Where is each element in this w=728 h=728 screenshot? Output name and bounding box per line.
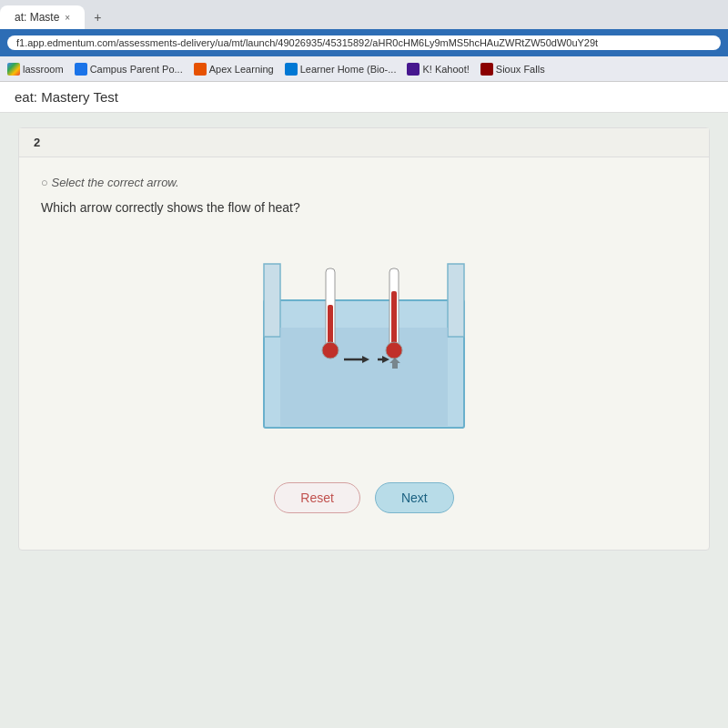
bookmark-label-apex: Apex Learning [209,64,274,75]
bookmark-icon-apex [194,63,207,76]
bookmark-icon-kahoot [407,63,420,76]
bookmark-sioux[interactable]: Sioux Falls [480,63,545,76]
bookmark-kahoot[interactable]: K! Kahoot! [407,63,469,76]
address-bar: f1.app.edmentum.com/assessments-delivery… [0,29,728,56]
buttons-area: Reset Next [41,464,687,531]
bookmark-icon-campus [75,63,87,76]
page-title-bar: eat: Mastery Test [0,82,728,113]
bookmark-icon-learner [285,63,298,76]
svg-point-9 [386,342,402,359]
next-button[interactable]: Next [375,482,454,513]
main-content: 2 Select the correct arrow. Which arrow … [0,113,728,728]
question-card: 2 Select the correct arrow. Which arrow … [18,127,710,551]
reset-button[interactable]: Reset [274,482,360,513]
tab-close-button[interactable]: × [65,13,70,23]
bookmark-label-campus: Campus Parent Po... [90,64,183,75]
bookmark-learner[interactable]: Learner Home (Bio-... [285,63,397,76]
bookmark-label-kahoot: K! Kahoot! [422,64,469,75]
svg-point-6 [322,342,339,359]
question-text: Which arrow correctly shows the flow of … [41,200,687,215]
svg-rect-3 [280,328,448,426]
bookmark-classroom[interactable]: lassroom [7,63,64,76]
svg-rect-2 [448,264,464,337]
tab-label: at: Maste [15,11,59,24]
instruction-text: Select the correct arrow. [41,176,687,189]
bookmark-icon-sioux [480,63,493,76]
bookmark-apex[interactable]: Apex Learning [194,63,274,76]
bookmark-campus[interactable]: Campus Parent Po... [75,63,183,76]
active-tab[interactable]: at: Maste × [0,5,85,29]
bookmark-label-sioux: Sioux Falls [496,64,545,75]
bookmark-label-classroom: lassroom [23,64,64,75]
url-field[interactable]: f1.app.edmentum.com/assessments-delivery… [7,35,721,50]
bookmark-icon-classroom [7,63,20,76]
new-tab-button[interactable]: + [85,6,110,28]
bookmark-label-learner: Learner Home (Bio-... [300,64,397,75]
bookmarks-bar: lassroom Campus Parent Po... Apex Learni… [0,56,728,82]
svg-rect-1 [264,264,280,337]
page-title: eat: Mastery Test [15,89,118,105]
question-body: Select the correct arrow. Which arrow co… [19,157,709,550]
diagram-container[interactable] [41,237,687,437]
question-number: 2 [19,128,709,157]
browser-chrome: at: Maste × + f1.app.edmentum.com/assess… [0,0,728,82]
svg-rect-8 [391,291,397,346]
tab-bar: at: Maste × + [0,0,728,29]
heat-flow-diagram[interactable] [237,237,491,437]
svg-rect-5 [328,305,333,346]
